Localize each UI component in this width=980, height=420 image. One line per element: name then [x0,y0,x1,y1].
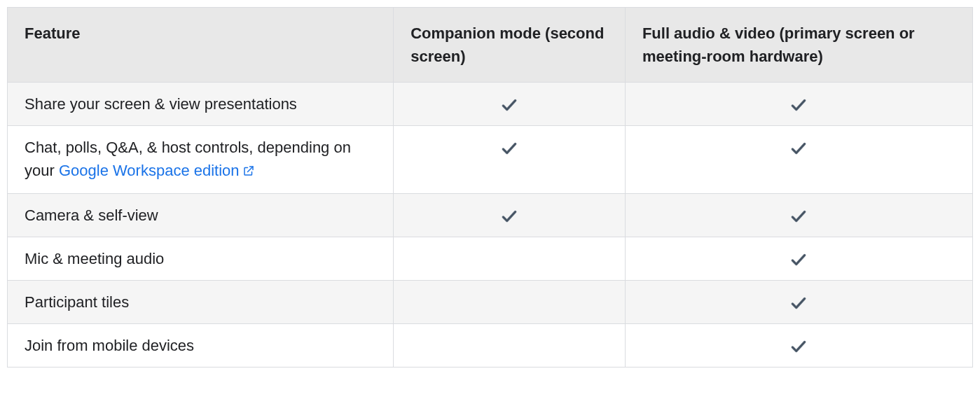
full-cell [625,83,972,126]
link-text: Google Workspace edition [59,162,240,179]
header-feature: Feature [8,8,394,83]
check-icon [789,294,808,312]
full-cell [625,194,972,237]
check-icon [789,207,808,225]
check-icon [789,96,808,114]
header-companion: Companion mode (second screen) [394,8,626,83]
google-workspace-edition-link[interactable]: Google Workspace edition [59,162,255,179]
feature-comparison-table: Feature Companion mode (second screen) F… [7,7,973,368]
companion-cell [394,281,626,324]
companion-cell [394,83,626,126]
check-icon [789,251,808,269]
external-link-icon [242,160,255,183]
check-icon [500,207,518,225]
check-icon [500,139,518,158]
table-row: Participant tiles [8,281,973,324]
header-full: Full audio & video (primary screen or me… [625,8,972,83]
feature-cell: Share your screen & view presentations [8,83,394,126]
table-body: Share your screen & view presentationsCh… [8,83,973,368]
table-row: Share your screen & view presentations [8,83,973,126]
full-cell [625,281,972,324]
check-icon [789,139,808,158]
companion-cell [394,324,626,368]
full-cell [625,324,972,368]
check-icon [500,96,518,114]
feature-cell: Participant tiles [8,281,394,324]
table-row: Mic & meeting audio [8,237,973,281]
companion-cell [394,194,626,237]
table-row: Chat, polls, Q&A, & host controls, depen… [8,126,973,194]
full-cell [625,126,972,194]
feature-cell: Mic & meeting audio [8,237,394,281]
table-row: Camera & self-view [8,194,973,237]
feature-cell: Camera & self-view [8,194,394,237]
companion-cell [394,237,626,281]
check-icon [789,337,808,356]
companion-cell [394,126,626,194]
table-row: Join from mobile devices [8,324,973,368]
full-cell [625,237,972,281]
feature-cell: Join from mobile devices [8,324,394,368]
feature-cell: Chat, polls, Q&A, & host controls, depen… [8,126,394,194]
